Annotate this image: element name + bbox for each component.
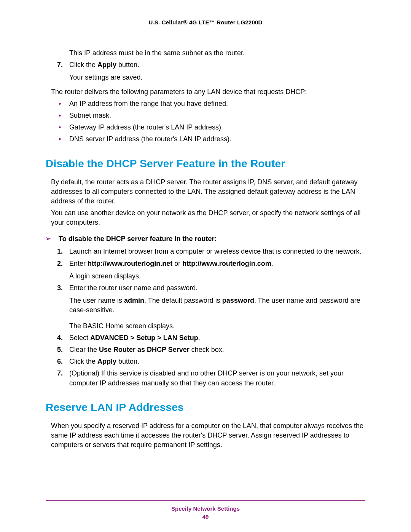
step-text: Enter the router user name and password.	[69, 284, 198, 292]
step-item: 4. Select ADVANCED > Setup > LAN Setup.	[46, 333, 365, 343]
section2-p1: When you specify a reserved IP address f…	[51, 421, 365, 450]
document-header: U.S. Cellular® 4G LTE™ Router LG2200D	[46, 19, 365, 26]
step-item: 2. Enter http://www.routerlogin.net or h…	[46, 259, 365, 281]
footer-section-title: Specify Network Settings	[46, 505, 365, 512]
step-text: Launch an Internet browser from a comput…	[69, 248, 361, 255]
section1-p2: You can use another device on your netwo…	[51, 208, 365, 227]
step-item: 7. (Optional) If this service is disable…	[46, 369, 365, 388]
step-item: 3. Enter the router user name and passwo…	[46, 283, 365, 331]
step-item: 6. Click the Apply button.	[46, 357, 365, 366]
step-number: 7.	[57, 60, 63, 70]
step-number: 6.	[57, 357, 63, 366]
bullet-item: Subnet mask.	[46, 111, 365, 120]
step-subtext: A login screen displays.	[69, 272, 365, 281]
step-number: 1.	[57, 247, 63, 256]
step-text: Clear the Use Router as DHCP Server chec…	[69, 346, 224, 353]
step-text: Select ADVANCED > Setup > LAN Setup.	[69, 334, 200, 342]
step-item: 5. Clear the Use Router as DHCP Server c…	[46, 345, 365, 355]
step-item: 1. Launch an Internet browser from a com…	[46, 247, 365, 256]
step-number: 2.	[57, 259, 63, 268]
section-heading-reserve-ip: Reserve LAN IP Addresses	[46, 401, 365, 414]
step-text: Click the Apply button.	[69, 61, 139, 69]
bullet-item: An IP address from the range that you ha…	[46, 99, 365, 109]
step-number: 4.	[57, 333, 63, 343]
dhcp-intro: The router delivers the following parame…	[51, 87, 365, 97]
procedure-heading: To disable the DHCP server feature in th…	[46, 235, 365, 243]
step-subtext: The user name is admin. The default pass…	[69, 296, 365, 315]
subnet-note: This IP address must be in the same subn…	[69, 48, 365, 58]
step-number: 3.	[57, 283, 63, 293]
step-subtext: The BASIC Home screen displays.	[69, 321, 365, 331]
step-text: Click the Apply button.	[69, 358, 139, 365]
step-text: (Optional) If this service is disabled a…	[69, 369, 344, 387]
step-number: 5.	[57, 345, 63, 355]
section-heading-disable-dhcp: Disable the DHCP Server Feature in the R…	[46, 158, 365, 170]
step-subtext: Your settings are saved.	[69, 73, 365, 82]
footer-rule	[46, 500, 365, 501]
step-number: 7.	[57, 369, 63, 378]
bullet-item: Gateway IP address (the router's LAN IP …	[46, 123, 365, 132]
step-7-item: 7. Click the Apply button. Your settings…	[46, 60, 365, 82]
footer-page-number: 49	[46, 513, 365, 520]
section1-p1: By default, the router acts as a DHCP se…	[51, 177, 365, 206]
bullet-item: DNS server IP address (the router's LAN …	[46, 134, 365, 144]
step-text: Enter http://www.routerlogin.net or http…	[69, 260, 273, 267]
